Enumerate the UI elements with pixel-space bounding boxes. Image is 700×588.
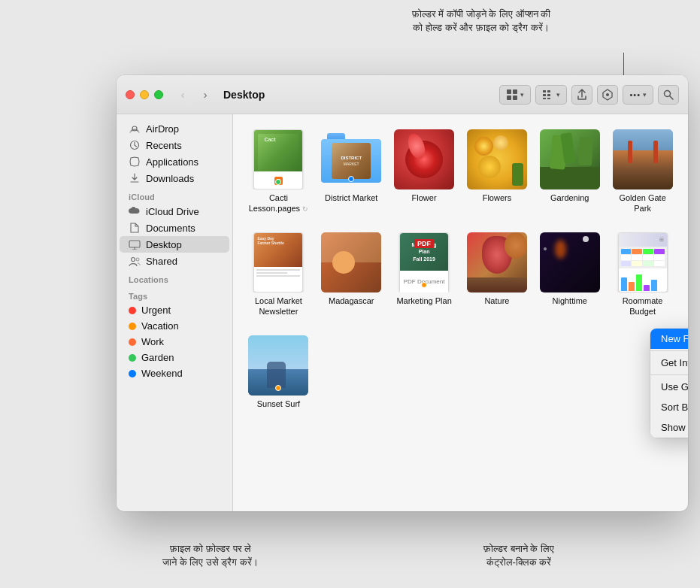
share-button[interactable] (571, 85, 592, 105)
file-thumb-roommate: ⊞ (613, 232, 673, 292)
context-menu-divider-1 (650, 350, 688, 351)
file-item-nighttime[interactable]: Nighttime (536, 229, 603, 309)
sidebar-item-vacation[interactable]: Vacation (120, 318, 229, 334)
file-item-nature[interactable]: Nature (464, 229, 531, 309)
svg-rect-4 (543, 90, 546, 92)
finder-window: ‹ › Desktop ▾ (117, 75, 688, 511)
svg-rect-5 (547, 90, 550, 92)
madagascar-image (321, 232, 381, 292)
applications-icon (129, 156, 141, 168)
file-thumb-madagascar (321, 232, 381, 292)
sidebar-item-downloads[interactable]: Downloads (120, 170, 229, 186)
chevron-down-icon: ▾ (520, 91, 524, 99)
tooltip-top: फ़ोल्डर में कॉपी जोड़ने के लिए ऑप्शन की … (323, 8, 639, 35)
context-menu-sort-by[interactable]: Sort By › (650, 397, 688, 417)
sidebar-item-applications[interactable]: Applications (120, 153, 229, 170)
file-item-cacti[interactable]: Cact P CactiLesson.pages ↻ (245, 126, 312, 217)
file-thumb-nature (467, 232, 527, 292)
gardening-image (540, 129, 600, 189)
desktop-icon (129, 238, 141, 250)
view-mode-button[interactable]: ▾ (499, 85, 531, 105)
svg-rect-1 (513, 89, 517, 94)
minimize-button[interactable] (140, 90, 149, 99)
sidebar-item-work[interactable]: Work (120, 334, 229, 350)
spreadsheet-icon: ⊞ (618, 232, 668, 292)
svg-rect-7 (547, 94, 550, 96)
tag-button[interactable] (597, 85, 618, 105)
file-name-nature: Nature (484, 296, 509, 306)
sidebar-item-weekend[interactable]: Weekend (120, 365, 229, 381)
search-icon (663, 89, 674, 100)
group-icon (542, 89, 554, 101)
file-item-newsletter[interactable]: Easy DayFarmer Shuttle Local MarketNewsl… (245, 229, 312, 320)
tooltip-bottom-left: फ़ाइल को फ़ोल्डर पर ले जाने के लिए उसे ड… (150, 542, 271, 569)
sidebar: AirDrop Recents Applications Downloads (117, 114, 233, 511)
file-name-madagascar: Madagascar (329, 296, 374, 306)
file-item-golden-gate[interactable]: Golden Gate Park (609, 126, 676, 217)
search-button[interactable] (658, 85, 679, 105)
tag-icon (602, 89, 614, 101)
svg-point-10 (606, 93, 609, 96)
sidebar-item-documents[interactable]: Documents (120, 220, 229, 236)
file-name-marketing: Marketing Plan (396, 296, 451, 306)
file-item-flower[interactable]: Flower (391, 126, 458, 206)
context-menu-use-groups[interactable]: Use Groups (650, 377, 688, 397)
context-menu: New Folder Get Info Use Groups Sort By ›… (650, 329, 688, 438)
sidebar-item-label: Garden (141, 352, 174, 363)
sidebar-item-label: Desktop (146, 239, 182, 250)
context-menu-new-folder[interactable]: New Folder (650, 329, 688, 349)
tooltip-top-line1: फ़ोल्डर में कॉपी जोड़ने के लिए ऑप्शन की (323, 8, 639, 21)
group-button[interactable]: ▾ (535, 85, 567, 105)
context-menu-divider-2 (650, 374, 688, 375)
file-thumb-marketing: MarketingPlanFall 2019 PDF PDF Document (394, 232, 454, 292)
sidebar-item-label: Shared (146, 256, 177, 267)
maximize-button[interactable] (154, 90, 163, 99)
nav-buttons: ‹ › (172, 86, 216, 103)
close-button[interactable] (126, 90, 135, 99)
svg-rect-6 (543, 94, 546, 96)
tags-section-label: Tags (117, 286, 232, 302)
file-item-marketing[interactable]: MarketingPlanFall 2019 PDF PDF Document … (391, 229, 458, 309)
context-menu-show-view-options[interactable]: Show View Options (650, 417, 688, 438)
context-menu-get-info[interactable]: Get Info (650, 353, 688, 373)
file-item-madagascar[interactable]: Madagascar (318, 229, 385, 309)
tooltip-bottom-right: फ़ोल्डर बनाने के लिए कंट्रोल-क्लिक करें (444, 542, 594, 569)
back-button[interactable]: ‹ (172, 86, 193, 103)
sidebar-item-desktop[interactable]: Desktop (120, 236, 229, 253)
more-button[interactable]: ••• ▾ (623, 85, 653, 105)
golden-gate-image (613, 129, 673, 189)
chevron-down-icon3: ▾ (643, 91, 647, 99)
share-icon (577, 89, 587, 101)
file-name-gardening: Gardening (550, 192, 589, 203)
file-name-flowers: Flowers (483, 192, 512, 203)
sidebar-item-label: Applications (146, 156, 198, 168)
tooltip-bottom-left-text: फ़ाइल को फ़ोल्डर पर ले (150, 542, 271, 556)
sidebar-item-recents[interactable]: Recents (120, 137, 229, 153)
newsletter-doc: Easy DayFarmer Shuttle (253, 232, 303, 292)
file-item-roommate[interactable]: ⊞ (609, 229, 676, 320)
sidebar-item-shared[interactable]: Shared (120, 253, 229, 269)
sidebar-item-label: Documents (146, 223, 195, 234)
sidebar-item-airdrop[interactable]: AirDrop (120, 120, 229, 137)
sidebar-item-icloud-drive[interactable]: iCloud Drive (120, 203, 229, 220)
window-title: Desktop (223, 89, 499, 101)
sort-by-label: Sort By (661, 402, 688, 413)
file-thumb-flowers (467, 129, 527, 189)
svg-rect-9 (547, 98, 550, 99)
file-item-flowers[interactable]: Flowers (464, 126, 531, 206)
sync-indicator: ↻ (302, 205, 308, 213)
file-name-golden: Golden Gate Park (612, 192, 673, 214)
file-item-gardening[interactable]: Gardening (536, 126, 603, 206)
flowers-image (467, 129, 527, 189)
sidebar-item-garden[interactable]: Garden (120, 350, 229, 365)
file-thumb-newsletter: Easy DayFarmer Shuttle (248, 232, 308, 292)
file-grid: Cact P CactiLesson.pages ↻ (245, 126, 676, 412)
file-thumb-flower (394, 129, 454, 189)
sidebar-item-label: Recents (146, 140, 182, 151)
forward-button[interactable]: › (195, 86, 216, 103)
sidebar-item-urgent[interactable]: Urgent (120, 302, 229, 318)
file-item-district-market[interactable]: DISTRICT MARKET District Market (318, 126, 385, 206)
file-thumb-sunset (248, 335, 308, 396)
file-item-sunset[interactable]: Sunset Surf (245, 332, 312, 412)
svg-rect-15 (129, 241, 140, 247)
